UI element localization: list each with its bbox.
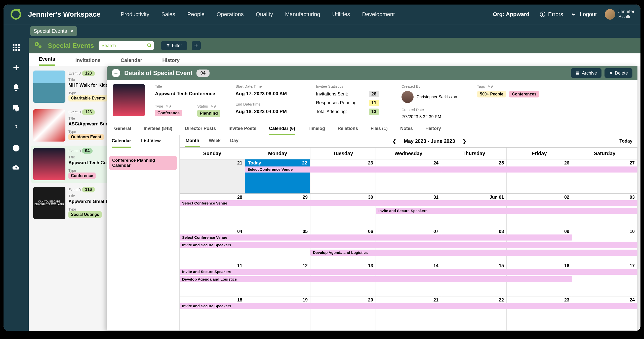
nav-quality[interactable]: Quality [256, 11, 273, 18]
svg-point-14 [15, 125, 17, 126]
calendar-day[interactable]: 23 [310, 159, 376, 193]
subtab-events[interactable]: Events [39, 56, 55, 66]
cal-subtab[interactable]: Calendar [112, 135, 131, 148]
filter-button[interactable]: Filter [161, 41, 187, 50]
calendar-day[interactable]: 25 [441, 159, 507, 193]
archive-button[interactable]: Archive [571, 68, 601, 78]
calendar-day[interactable]: 28 [180, 194, 245, 228]
module-title: Special Events [48, 42, 94, 50]
detail-tab[interactable]: Timelog [308, 123, 325, 135]
chat-icon[interactable] [12, 103, 21, 112]
calendar-event[interactable]: Invite and Secure Speakers [180, 303, 637, 309]
user-menu[interactable]: JenniferSistilli [605, 9, 634, 20]
nav-operations[interactable]: Operations [217, 11, 244, 18]
detail-tab[interactable]: Invitees (848) [144, 123, 172, 135]
clock-icon[interactable] [12, 144, 21, 153]
detail-tab[interactable]: Relations [338, 123, 358, 135]
svg-rect-5 [13, 44, 15, 46]
calendar-event[interactable]: Select Conference Venue [245, 166, 637, 173]
edit-icon[interactable]: ✎⬈ [488, 84, 494, 88]
app-logo[interactable] [10, 8, 22, 21]
close-icon[interactable]: ✕ [70, 28, 74, 34]
calendar-day[interactable]: 24 [376, 159, 441, 193]
nav-sales[interactable]: Sales [162, 11, 175, 18]
calendar-day[interactable]: 19 [245, 296, 310, 330]
apps-icon[interactable] [12, 43, 21, 52]
next-button[interactable]: ❯ [463, 139, 466, 144]
calendar-day[interactable]: 30 [310, 194, 376, 228]
add-icon[interactable] [12, 63, 21, 72]
search-icon[interactable] [147, 43, 152, 49]
cloud-upload-icon[interactable] [12, 164, 21, 173]
workspace-tab-special-events[interactable]: Special Events ✕ [30, 26, 77, 36]
detail-tab[interactable]: Invitee Posts [228, 123, 256, 135]
search-input[interactable] [99, 41, 154, 50]
calendar-event[interactable]: Develop Agenda and Logistics [180, 276, 572, 282]
event-thumbnail: CAN YOU ESCAPE BEFORE IT'S TOO LATE? [33, 187, 65, 219]
day-header: Thursday [441, 148, 507, 159]
calendar-event[interactable]: Select Conference Venue [180, 200, 637, 206]
calendar-day[interactable]: 29 [245, 194, 310, 228]
nav-development[interactable]: Development [362, 11, 395, 18]
creator: Christopher Sarkissian [401, 91, 467, 103]
calendar-day[interactable]: Today22 [245, 159, 310, 193]
calendar-day[interactable]: 27 [572, 159, 637, 193]
bell-icon[interactable] [12, 83, 21, 92]
view-tab-day[interactable]: Day [229, 135, 239, 147]
nav-utilities[interactable]: Utilities [332, 11, 350, 18]
nav-productivity[interactable]: Productivity [121, 11, 149, 18]
delete-button[interactable]: ✕Delete [605, 68, 632, 78]
calendar-week: 21Today222324252627Select Conference Ven… [180, 159, 637, 193]
svg-rect-6 [15, 44, 17, 46]
event-card[interactable]: EventID 126 Title ASC/Appward Sum... Typ… [31, 107, 110, 144]
main-nav: ProductivitySalesPeopleOperationsQuality… [121, 11, 493, 18]
svg-point-18 [36, 43, 37, 45]
subtab-calendar[interactable]: Calendar [121, 57, 142, 66]
calendar-event[interactable]: Develop Agenda and Logistics [310, 250, 637, 256]
activity-icon[interactable] [12, 123, 21, 132]
svg-rect-21 [576, 72, 579, 72]
calendar-event[interactable]: Invite and Secure Speakers [180, 269, 637, 275]
subtab-invitations[interactable]: Invitations [75, 57, 101, 66]
calendar-day[interactable]: 18 [180, 296, 245, 330]
calendar-day[interactable]: 24 [572, 296, 637, 330]
detail-tab[interactable]: Notes [400, 123, 413, 135]
event-card[interactable]: CAN YOU ESCAPE BEFORE IT'S TOO LATE?Even… [31, 184, 110, 222]
calendar-day[interactable]: 22 [441, 296, 507, 330]
detail-thumbnail [113, 84, 145, 116]
prev-button[interactable]: ❮ [392, 139, 396, 144]
edit-icon[interactable]: ✎⬈ [166, 104, 172, 108]
event-card[interactable]: EventID 94 Title Appward Tech Conf... Ty… [31, 146, 110, 183]
detail-tab[interactable]: History [425, 123, 441, 135]
calendar-name[interactable]: Conference Planning Calendar [109, 156, 177, 170]
nav-people[interactable]: People [187, 11, 205, 18]
calendar-day[interactable]: 23 [507, 296, 572, 330]
today-button[interactable]: Today [619, 139, 632, 144]
errors-button[interactable]: Errors [540, 11, 563, 18]
calendar-day[interactable]: 21 [376, 296, 441, 330]
calendar-event[interactable]: Select Conference Venue [180, 234, 572, 241]
detail-tab[interactable]: Files (1) [371, 123, 388, 135]
collapse-button[interactable]: → [112, 69, 120, 77]
cal-subtab[interactable]: List View [141, 135, 161, 148]
add-button[interactable]: + [192, 41, 201, 50]
nav-manufacturing[interactable]: Manufacturing [285, 11, 320, 18]
calendar-day[interactable]: 17 [572, 262, 637, 296]
view-tab-month[interactable]: Month [185, 135, 200, 147]
svg-rect-8 [13, 47, 15, 48]
calendar-day[interactable]: 21 [180, 159, 245, 193]
detail-tab[interactable]: General [114, 123, 131, 135]
subtab-history[interactable]: History [162, 57, 180, 66]
edit-icon[interactable]: ✎⬈ [211, 104, 217, 108]
calendar-day[interactable]: 26 [507, 159, 572, 193]
detail-tab[interactable]: Director Posts [185, 123, 216, 135]
calendar-sidebar: CalendarList View Conference Planning Ca… [107, 135, 180, 330]
event-card[interactable]: EventID 123 Title MHF Walk for Kids w...… [31, 68, 110, 105]
view-tab-week[interactable]: Week [208, 135, 222, 147]
detail-tab[interactable]: Calendar (6) [269, 123, 295, 135]
calendar-event[interactable]: Invite and Secure Speakers [180, 242, 637, 248]
calendar-event[interactable]: Invite and Secure Speakers [376, 208, 637, 214]
svg-rect-1 [18, 9, 20, 12]
calendar-day[interactable]: 20 [310, 296, 376, 330]
logout-button[interactable]: Logout [571, 11, 597, 18]
